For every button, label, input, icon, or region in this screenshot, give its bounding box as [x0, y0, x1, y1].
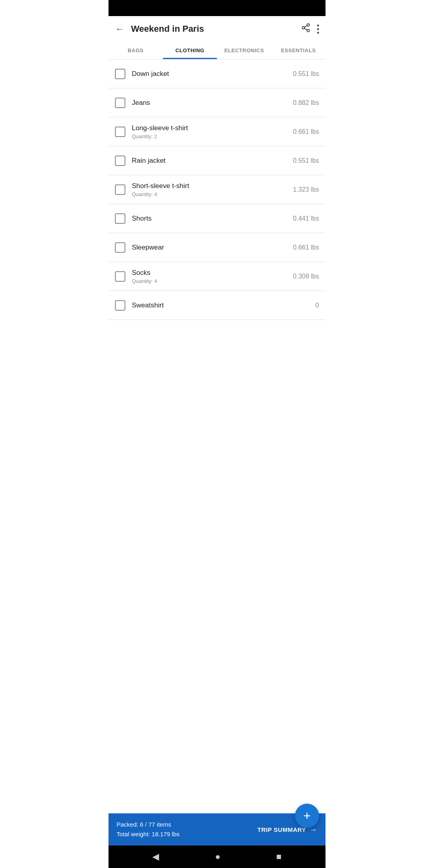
tabs-container: BAGS CLOTHING ELECTRONICS ESSENTIALS — [108, 42, 326, 59]
bottom-bar: Packed: 6 / 77 items Total weight: 18.17… — [108, 813, 326, 845]
item-list: Down jacket0.551 lbsJeans0.882 lbsLong-s… — [108, 59, 326, 813]
total-weight: Total weight: 18.179 lbs — [117, 829, 180, 839]
item-checkbox[interactable] — [115, 156, 125, 166]
item-name: Rain jacket — [132, 157, 288, 165]
svg-line-3 — [305, 29, 307, 30]
item-checkbox[interactable] — [115, 184, 125, 195]
tab-essentials[interactable]: ESSENTIALS — [271, 42, 326, 59]
item-weight: 0.551 lbs — [293, 70, 319, 78]
tab-electronics[interactable]: ELECTRONICS — [217, 42, 271, 59]
tab-clothing[interactable]: CLOTHING — [163, 42, 217, 59]
item-weight: 0.309 lbs — [293, 273, 319, 280]
list-item: SocksQuantity: 40.309 lbs — [108, 262, 326, 291]
item-name: Jeans — [132, 99, 288, 107]
list-item: Sleepwear0.661 lbs — [108, 233, 326, 262]
item-name: Sleepwear — [132, 244, 288, 252]
item-checkbox[interactable] — [115, 127, 125, 137]
item-quantity: Quantity: 4 — [132, 278, 288, 284]
home-nav-button[interactable]: ● — [215, 852, 220, 862]
tab-bags[interactable]: BAGS — [108, 42, 163, 59]
list-item: Jeans0.882 lbs — [108, 88, 326, 117]
back-nav-button[interactable]: ◀ — [152, 852, 159, 862]
nav-bar: ◀ ● ■ — [108, 845, 326, 868]
item-quantity: Quantity: 4 — [132, 191, 288, 197]
back-button[interactable]: ← — [115, 23, 125, 35]
list-item: Down jacket0.551 lbs — [108, 59, 326, 88]
item-checkbox[interactable] — [115, 213, 125, 224]
item-checkbox[interactable] — [115, 98, 125, 108]
list-item: Shorts0.441 lbs — [108, 204, 326, 233]
status-bar — [108, 0, 326, 16]
item-weight: 0.661 lbs — [293, 244, 319, 251]
item-weight: 1.323 lbs — [293, 186, 319, 193]
item-quantity: Quantity: 2 — [132, 133, 288, 139]
list-item: Rain jacket0.551 lbs — [108, 146, 326, 175]
list-item: Sweatshirt0 — [108, 291, 326, 320]
share-button[interactable] — [301, 23, 311, 35]
item-checkbox[interactable] — [115, 271, 125, 282]
svg-line-4 — [305, 26, 307, 27]
item-checkbox[interactable] — [115, 300, 125, 311]
summary-stats: Packed: 6 / 77 items Total weight: 18.17… — [117, 820, 180, 839]
list-item: Long-sleeve t-shirtQuantity: 20.661 lbs — [108, 117, 326, 146]
item-checkbox[interactable] — [115, 69, 125, 79]
item-name: Shorts — [132, 215, 288, 223]
item-weight: 0.882 lbs — [293, 99, 319, 106]
page-title: Weekend in Paris — [131, 24, 295, 34]
item-name: Sweatshirt — [132, 301, 311, 309]
add-icon: + — [303, 809, 311, 822]
app-bar: ← Weekend in Paris — [108, 16, 326, 42]
item-name: Down jacket — [132, 70, 288, 78]
item-name: Socks — [132, 269, 288, 277]
item-checkbox[interactable] — [115, 242, 125, 253]
packed-count: Packed: 6 / 77 items — [117, 820, 180, 829]
trip-summary-label: TRIP SUMMARY — [257, 826, 306, 833]
add-item-button[interactable]: + — [295, 804, 319, 828]
item-weight: 0.661 lbs — [293, 128, 319, 135]
item-weight: 0 — [315, 302, 319, 309]
more-options-button[interactable] — [317, 25, 319, 34]
recents-nav-button[interactable]: ■ — [276, 852, 281, 862]
list-item: Short-sleeve t-shirtQuantity: 41.323 lbs — [108, 175, 326, 204]
item-name: Short-sleeve t-shirt — [132, 182, 288, 190]
item-weight: 0.441 lbs — [293, 215, 319, 222]
item-weight: 0.551 lbs — [293, 157, 319, 164]
item-name: Long-sleeve t-shirt — [132, 124, 288, 132]
